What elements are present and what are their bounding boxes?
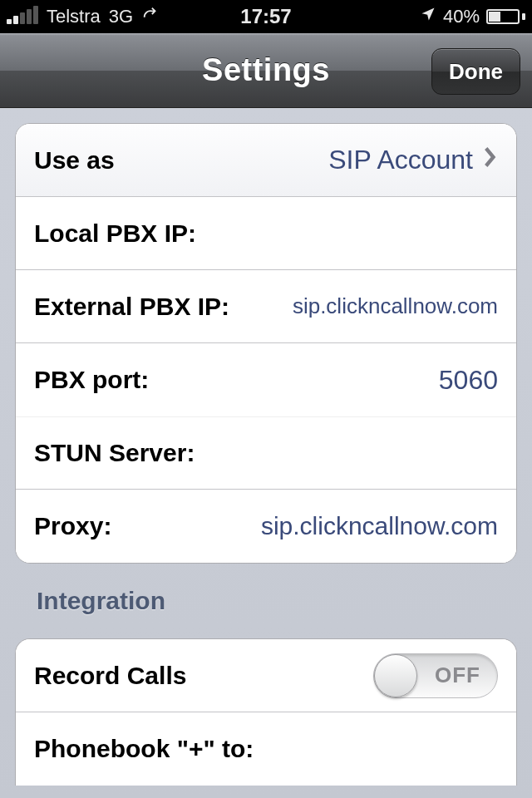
- integration-group: Record Calls OFF Phonebook "+" to:: [15, 638, 517, 786]
- external-pbx-row[interactable]: External PBX IP: sip.clickncallnow.com: [16, 270, 516, 343]
- local-pbx-label: Local PBX IP:: [34, 219, 196, 248]
- settings-content: Use as SIP Account Local PBX IP: Externa…: [0, 108, 532, 798]
- done-button[interactable]: Done: [431, 48, 520, 95]
- use-as-row[interactable]: Use as SIP Account: [16, 124, 516, 197]
- phonebook-plus-label: Phonebook "+" to:: [34, 735, 254, 763]
- toggle-knob-icon: [374, 654, 417, 697]
- proxy-value: sip.clickncallnow.com: [251, 512, 498, 540]
- record-calls-label: Record Calls: [34, 662, 186, 690]
- proxy-row[interactable]: Proxy: sip.clickncallnow.com: [16, 490, 516, 563]
- integration-header: Integration: [15, 564, 517, 623]
- stun-server-label: STUN Server:: [34, 439, 195, 467]
- proxy-label: Proxy:: [34, 512, 111, 540]
- record-calls-toggle[interactable]: OFF: [373, 653, 498, 698]
- local-pbx-row[interactable]: Local PBX IP:: [16, 197, 516, 270]
- pbx-port-label: PBX port:: [34, 366, 149, 394]
- record-calls-row: Record Calls OFF: [16, 639, 516, 712]
- pbx-port-row[interactable]: PBX port: 5060: [16, 343, 516, 416]
- external-pbx-label: External PBX IP:: [34, 293, 229, 321]
- chevron-right-icon: [483, 145, 498, 175]
- phonebook-plus-row[interactable]: Phonebook "+" to:: [16, 712, 516, 786]
- use-as-value: SIP Account: [318, 145, 473, 175]
- pbx-port-value: 5060: [429, 365, 498, 396]
- use-as-label: Use as: [34, 146, 115, 175]
- pbx-settings-group: Use as SIP Account Local PBX IP: Externa…: [15, 123, 517, 564]
- toggle-state-label: OFF: [435, 663, 480, 688]
- stun-server-row[interactable]: STUN Server:: [16, 416, 516, 490]
- page-title: Settings: [202, 52, 330, 88]
- external-pbx-value: sip.clickncallnow.com: [283, 293, 498, 319]
- nav-bar: Settings Done: [0, 33, 532, 108]
- clock: 17:57: [0, 5, 532, 28]
- status-bar: Telstra 3G 17:57 40%: [0, 0, 532, 33]
- battery-icon: [486, 9, 525, 24]
